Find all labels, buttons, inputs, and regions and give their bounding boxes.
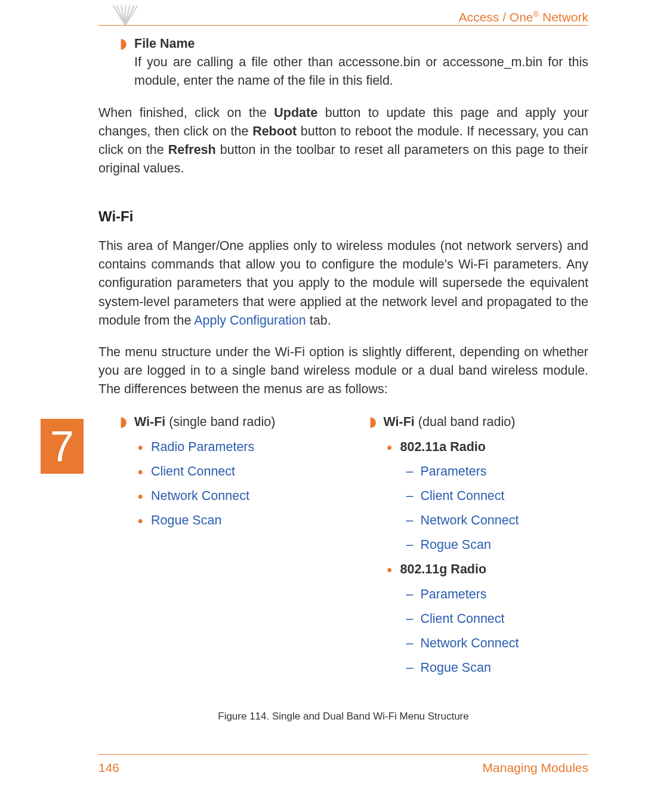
footer-row: 146 Managing Modules [98,761,588,775]
figure-caption: Figure 114. Single and Dual Band Wi-Fi M… [98,709,588,724]
page-footer: 146 Managing Modules [98,754,588,775]
rogue-scan-link[interactable]: Rogue Scan [421,538,491,552]
dot-bullet-icon: • [138,489,151,504]
dual-band-sublist: •802.11a Radio –Parameters –Client Conne… [387,438,589,678]
brand-logo-icon [110,4,141,26]
dash-bullet-icon: – [406,511,421,530]
single-band-sublist: •Radio Parameters •Client Connect •Netwo… [138,438,340,530]
wifi-single-heading-bold: Wi-Fi [134,415,165,429]
wifi-dual-heading-rest: (dual band radio) [415,415,516,429]
dash-bullet-icon: – [406,659,421,677]
footer-rule [98,754,588,755]
dot-bullet-icon: • [138,440,151,455]
text-frag: tab. [306,313,331,328]
dash-bullet-icon: – [406,462,421,481]
dot-bullet-icon: • [138,514,151,528]
client-connect-link[interactable]: Client Connect [421,489,505,503]
chapter-tab: 7 [41,419,84,474]
menu-columns: ◗Wi-Fi (single band radio) •Radio Parame… [120,413,588,683]
d-bullet-icon: ◗ [369,413,384,431]
dash-bullet-icon: – [406,610,421,628]
wifi-single-heading-rest: (single band radio) [165,415,275,429]
list-item: •Network Connect [138,487,340,505]
single-band-column: ◗Wi-Fi (single band radio) •Radio Parame… [120,413,340,683]
radio-a-heading: 802.11a Radio [400,440,486,454]
list-item: –Rogue Scan [406,659,589,677]
d-bullet-icon: ◗ [120,35,134,53]
wifi-paragraph-2: The menu structure under the Wi-Fi optio… [98,343,588,399]
update-label: Update [274,106,317,120]
brand-prefix: Access / One [459,10,533,24]
header-rule [98,25,588,26]
file-name-body: If you are calling a file other than acc… [134,53,588,90]
file-name-item: ◗File Name [120,35,588,53]
list-item: –Parameters [406,585,589,604]
brand-suffix: Network [539,10,588,24]
dot-bullet-icon: • [138,465,151,479]
network-connect-link[interactable]: Network Connect [151,489,249,503]
list-item: •Client Connect [138,462,340,481]
radio-a-sublist: –Parameters –Client Connect –Network Con… [406,462,589,555]
list-item: •Radio Parameters [138,438,340,456]
list-item: ◗Wi-Fi (dual band radio) [369,413,589,431]
reboot-label: Reboot [252,124,297,138]
client-connect-link[interactable]: Client Connect [421,612,505,626]
parameters-link[interactable]: Parameters [421,587,487,601]
list-item: •Rogue Scan [138,511,340,530]
text-frag: This area of Manger/One applies only to … [98,239,588,328]
page-content: ◗File Name If you are calling a file oth… [98,35,588,724]
header-brand: Access / One® Network [459,10,588,24]
list-item: –Network Connect [406,634,589,653]
list-item: –Client Connect [406,610,589,628]
apply-configuration-link[interactable]: Apply Configuration [194,313,306,328]
dot-bullet-icon: • [387,440,400,455]
footer-section-title: Managing Modules [483,761,588,775]
registered-symbol: ® [533,10,539,18]
file-name-heading: File Name [134,36,195,51]
parameters-link[interactable]: Parameters [421,464,487,478]
refresh-label: Refresh [168,143,216,157]
dash-bullet-icon: – [406,585,421,604]
wifi-dual-heading-bold: Wi-Fi [384,415,415,429]
dot-bullet-icon: • [387,563,400,577]
update-paragraph: When finished, click on the Update butto… [98,104,588,178]
wifi-section-title: Wi-Fi [98,206,588,227]
radio-g-heading: 802.11g Radio [400,562,487,576]
dash-bullet-icon: – [406,536,421,554]
d-bullet-icon: ◗ [120,413,134,431]
dash-bullet-icon: – [406,634,421,653]
page-number: 146 [98,761,119,775]
dash-bullet-icon: – [406,487,421,505]
client-connect-link[interactable]: Client Connect [151,464,235,478]
list-item: –Rogue Scan [406,536,589,554]
list-item: –Client Connect [406,487,589,505]
network-connect-link[interactable]: Network Connect [421,513,519,527]
text-frag: When finished, click on the [98,106,274,120]
list-item: ◗Wi-Fi (single band radio) [120,413,340,431]
wifi-paragraph-1: This area of Manger/One applies only to … [98,237,588,330]
radio-parameters-link[interactable]: Radio Parameters [151,440,254,454]
list-item: –Parameters [406,462,589,481]
network-connect-link[interactable]: Network Connect [421,636,519,650]
dual-band-column: ◗Wi-Fi (dual band radio) •802.11a Radio … [369,413,589,683]
rogue-scan-link[interactable]: Rogue Scan [151,513,221,527]
radio-g-sublist: –Parameters –Client Connect –Network Con… [406,585,589,678]
rogue-scan-link[interactable]: Rogue Scan [421,660,491,675]
list-item: •802.11g Radio [387,560,589,579]
list-item: •802.11a Radio [387,438,589,456]
list-item: –Network Connect [406,511,589,530]
